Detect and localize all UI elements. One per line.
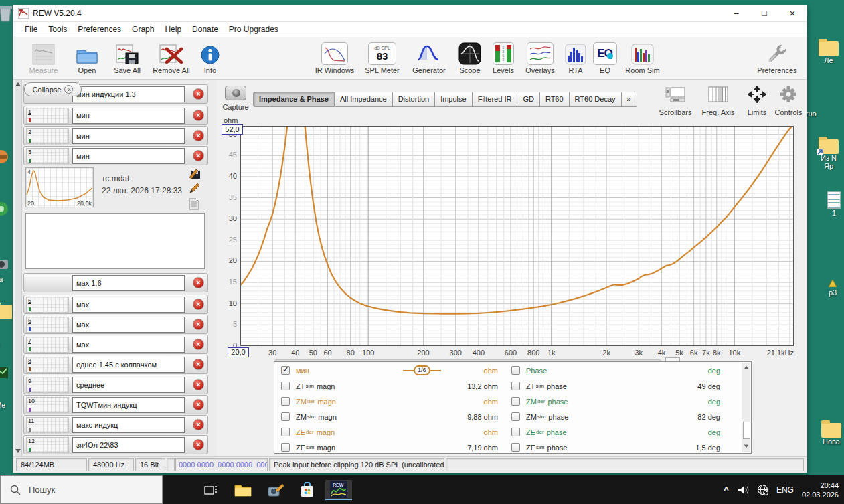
- trace-checkbox[interactable]: [281, 443, 290, 452]
- measurement-name-field[interactable]: TQWTмин индукц: [72, 397, 185, 413]
- measurement-name-field[interactable]: мах: [72, 337, 185, 353]
- desktop-icon-fragment[interactable]: [0, 365, 9, 382]
- scroll-up-icon[interactable]: [15, 82, 21, 86]
- measurement-name-field[interactable]: мин: [72, 128, 185, 144]
- legend-row[interactable]: ZMsimphase 82 deg: [507, 409, 720, 424]
- trace-checkbox[interactable]: [511, 443, 520, 452]
- trace-checkbox[interactable]: [281, 382, 290, 390]
- delete-measurement-button[interactable]: ×: [193, 319, 204, 330]
- delete-measurement-button[interactable]: ×: [193, 88, 204, 100]
- delete-measurement-button[interactable]: ×: [193, 439, 204, 450]
- measurement-name-field[interactable]: мах: [72, 297, 185, 313]
- menu-help[interactable]: Help: [160, 23, 186, 35]
- legend-row[interactable]: ZEdermagn ohm: [277, 424, 498, 440]
- x-axis-min-field[interactable]: 20,0: [228, 347, 249, 357]
- preferences-button[interactable]: Preferences: [755, 41, 799, 74]
- delete-measurement-button[interactable]: ×: [193, 299, 204, 310]
- limits-button[interactable]: Limits: [742, 83, 772, 118]
- measurement-row[interactable]: 2 мин ×: [23, 126, 208, 145]
- eq-button[interactable]: EQ EQ: [593, 41, 617, 74]
- scroll-up-icon[interactable]: [744, 366, 748, 369]
- measurement-name-field[interactable]: макс индукц: [72, 417, 185, 433]
- menu-graph[interactable]: Graph: [127, 23, 159, 35]
- measurement-row[interactable]: 1 мин ×: [23, 106, 208, 125]
- trace-checkbox[interactable]: [281, 428, 290, 436]
- delete-measurement-button[interactable]: ×: [193, 399, 204, 410]
- open-button[interactable]: Open: [71, 41, 103, 74]
- tab-filtered-ir[interactable]: Filtered IR: [473, 92, 518, 107]
- legend-scrollbar[interactable]: [742, 363, 750, 452]
- desktop-folder-shortcut-icon[interactable]: Из NЯр: [815, 139, 842, 170]
- measurement-row[interactable]: 12 зя4Ол 22\83 ×: [23, 435, 208, 454]
- measurement-row[interactable]: 7 мах ×: [23, 335, 208, 354]
- desktop-icon-fragment[interactable]: [0, 256, 9, 273]
- tab-rt60[interactable]: RT60: [540, 92, 570, 107]
- spl-meter-button[interactable]: dB SPL 83 SPL Meter: [363, 41, 402, 74]
- legend-row[interactable]: ZTsimphase 49 deg: [507, 378, 720, 394]
- maximize-button[interactable]: □: [750, 5, 778, 22]
- legend-row[interactable]: ZMsimmagn 9,88 ohm: [277, 409, 498, 424]
- desktop-icon-fragment[interactable]: [0, 149, 9, 166]
- measurement-row[interactable]: 11 макс индукц ×: [23, 415, 208, 434]
- measurement-row[interactable]: 10 TQWTмин индукц ×: [23, 395, 208, 414]
- measurement-thumbnail[interactable]: 1: [26, 108, 69, 124]
- desktop-folder-icon[interactable]: Нова: [818, 423, 844, 446]
- scroll-down-icon[interactable]: [15, 449, 21, 453]
- measurement-row[interactable]: мах 1.6 ×: [23, 273, 208, 292]
- tab-gd[interactable]: GD: [517, 92, 540, 107]
- measurement-thumbnail[interactable]: 6: [26, 317, 69, 333]
- trace-checkbox[interactable]: [281, 412, 290, 421]
- menu-tools[interactable]: Tools: [44, 23, 72, 35]
- desktop-icon-fragment[interactable]: [0, 305, 12, 319]
- desktop-icon-fragment[interactable]: [0, 201, 9, 218]
- tab-impulse[interactable]: Impulse: [435, 92, 473, 107]
- tab-more-chevron[interactable]: »: [622, 92, 637, 107]
- legend-row[interactable]: ✓ мин 1/6 ohm: [277, 363, 498, 378]
- menu-file[interactable]: File: [20, 23, 42, 35]
- hidden-icons-chevron[interactable]: ^: [724, 485, 729, 495]
- freq-axis-button[interactable]: Freq. Axis: [697, 83, 739, 118]
- legend-row[interactable]: ZTsimmagn 13,2 ohm: [277, 378, 498, 394]
- legend-row[interactable]: Phase deg: [507, 363, 720, 378]
- measure-button[interactable]: Measure: [23, 41, 64, 74]
- tab-distortion[interactable]: Distortion: [393, 92, 435, 107]
- volume-icon[interactable]: [737, 485, 749, 495]
- measurement-thumbnail[interactable]: 2: [26, 128, 69, 144]
- info-button[interactable]: Info: [198, 41, 222, 74]
- rew-taskbar-button[interactable]: REW: [325, 480, 352, 500]
- taskbar-search[interactable]: Пошук: [0, 475, 163, 504]
- overlays-button[interactable]: Overlays: [522, 41, 558, 74]
- file-explorer-button[interactable]: [233, 480, 253, 500]
- measurement-name-field[interactable]: среднее: [72, 377, 185, 393]
- legend-row[interactable]: ZEderphase deg: [507, 424, 720, 440]
- close-button[interactable]: ×: [778, 5, 807, 22]
- remove-all-button[interactable]: Remove All: [150, 41, 193, 74]
- menu-pro-upgrades[interactable]: Pro Upgrades: [224, 23, 283, 35]
- measurement-row[interactable]: 6 мах ×: [23, 315, 208, 334]
- measurement-name-field[interactable]: мах 1.6: [72, 275, 185, 291]
- delete-measurement-button[interactable]: ×: [193, 339, 204, 350]
- tab-all-impedance[interactable]: All Impedance: [335, 92, 393, 107]
- menu-donate[interactable]: Donate: [187, 23, 223, 35]
- measurement-thumbnail[interactable]: 12: [26, 437, 69, 453]
- measurement-name-field[interactable]: зя4Ол 22\83: [72, 437, 185, 453]
- trace-checkbox[interactable]: ✓: [281, 366, 290, 375]
- measurement-name-field[interactable]: мин: [72, 148, 185, 164]
- desktop-folder-icon[interactable]: Ле: [815, 41, 842, 64]
- save-measurement-icon[interactable]: [189, 167, 201, 179]
- measurement-thumbnail[interactable]: 5: [26, 297, 69, 313]
- legend-row[interactable]: ZMderphase deg: [507, 394, 720, 409]
- trace-checkbox[interactable]: [511, 412, 520, 421]
- network-globe-icon[interactable]: [757, 484, 768, 495]
- collapse-button[interactable]: Collapse «: [24, 82, 82, 96]
- menu-preferences[interactable]: Preferences: [73, 23, 126, 35]
- measurement-row[interactable]: 8 еднее 1.45 с колпачком ×: [23, 355, 208, 374]
- trace-checkbox[interactable]: [281, 397, 290, 406]
- measurement-name-field[interactable]: мах: [72, 317, 185, 333]
- measurement-thumbnail[interactable]: 8: [26, 357, 69, 373]
- save-all-button[interactable]: Save All: [108, 41, 146, 74]
- measurement-row[interactable]: 9 среднее ×: [23, 375, 208, 394]
- controls-button[interactable]: Controls: [772, 83, 805, 118]
- scrollbars-button[interactable]: Scrollbars: [655, 83, 696, 118]
- scope-button[interactable]: Scope: [455, 41, 485, 74]
